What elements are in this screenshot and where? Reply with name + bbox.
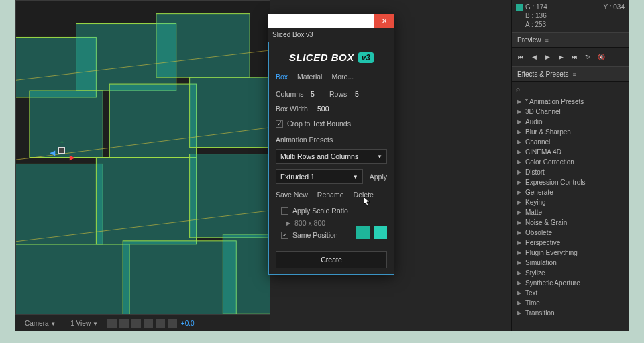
svg-rect-7	[96, 158, 196, 244]
color-swatch-2[interactable]	[374, 226, 387, 239]
tree-item[interactable]: ▶Synthetic Aperture	[512, 278, 629, 288]
apply-button[interactable]: Apply	[370, 173, 387, 181]
tree-item[interactable]: ▶Noise & Grain	[512, 217, 629, 228]
sliced-box-dialog[interactable]: ✕ Sliced Box v3 SLICED BOX v3 Box Materi…	[268, 14, 394, 275]
anim-preset-dropdown[interactable]: Multi Rows and Columns▼	[276, 149, 387, 164]
loop-icon[interactable]: ↻	[582, 52, 594, 62]
tree-item[interactable]: ▶Stylize	[512, 268, 629, 278]
tab-material[interactable]: Material	[297, 72, 322, 81]
same-position-label: Same Position	[292, 231, 338, 239]
triangle-icon[interactable]: ▶	[286, 220, 290, 226]
chevron-right-icon: ▶	[517, 309, 523, 317]
chevron-right-icon: ▶	[517, 117, 523, 126]
tree-item[interactable]: ▶* Animation Presets	[512, 97, 629, 107]
viewport-3d[interactable]: ↑ ▸ ◂	[15, 0, 270, 315]
vp-tool-4-icon[interactable]	[144, 319, 153, 328]
tree-item[interactable]: ▶3D Channel	[512, 107, 629, 117]
panel-menu-icon[interactable]: ≡	[573, 71, 576, 78]
800x800-label: 800 x 800	[294, 219, 325, 227]
tree-item[interactable]: ▶Color Correction	[512, 157, 629, 167]
rename-button[interactable]: Rename	[317, 191, 344, 199]
tree-item[interactable]: ▶Blur & Sharpen	[512, 127, 629, 137]
dialog-tab-label[interactable]: Sliced Box v3	[268, 28, 394, 42]
effects-panel-header[interactable]: Effects & Presets ≡	[512, 66, 629, 82]
close-button[interactable]: ✕	[374, 14, 394, 28]
vp-tool-5-icon[interactable]	[156, 319, 165, 328]
tree-item[interactable]: ▶CINEMA 4D	[512, 147, 629, 157]
chevron-right-icon: ▶	[517, 279, 523, 287]
tree-item[interactable]: ▶Channel	[512, 137, 629, 147]
tree-item[interactable]: ▶Obsolete	[512, 228, 629, 238]
tree-item-label: Perspective	[525, 238, 560, 247]
tab-box[interactable]: Box	[276, 72, 288, 81]
next-frame-icon[interactable]: ▶	[555, 52, 567, 62]
axis-gizmo[interactable]: ↑ ▸ ◂	[53, 142, 80, 168]
effects-panel-title: Effects & Presets	[517, 70, 569, 78]
vp-tool-6-icon[interactable]	[168, 319, 177, 328]
chevron-right-icon: ▶	[517, 299, 523, 307]
chevron-right-icon: ▶	[517, 97, 523, 106]
tree-item[interactable]: ▶Keying	[512, 197, 629, 207]
chevron-right-icon: ▶	[517, 107, 523, 116]
tree-item[interactable]: ▶Expression Controls	[512, 177, 629, 187]
create-button[interactable]: Create	[276, 251, 387, 268]
chevron-right-icon: ▶	[517, 268, 523, 277]
play-icon[interactable]: ▶	[541, 52, 553, 62]
apply-scale-checkbox[interactable]	[281, 207, 288, 215]
vp-tool-2-icon[interactable]	[119, 319, 129, 328]
crop-checkbox[interactable]: ✓	[276, 120, 283, 128]
vp-tool-3-icon[interactable]	[131, 319, 141, 328]
effects-search-input[interactable]	[523, 84, 625, 93]
tree-item-label: Plugin Everything	[525, 248, 578, 257]
columns-label: Columns	[276, 90, 305, 98]
tree-item-label: * Animation Presets	[525, 97, 584, 106]
dialog-titlebar[interactable]: ✕	[268, 14, 394, 28]
camera-dropdown[interactable]: Camera ▼	[19, 318, 61, 328]
extruded-dropdown[interactable]: Extruded 1▼	[276, 169, 363, 184]
columns-value[interactable]: 5	[311, 90, 324, 98]
same-position-checkbox[interactable]: ✓	[281, 232, 288, 239]
prev-frame-icon[interactable]: ◀	[528, 52, 540, 62]
chevron-right-icon: ▶	[517, 289, 523, 297]
rows-label: Rows	[329, 90, 350, 98]
tree-item[interactable]: ▶Plugin Everything	[512, 248, 629, 258]
svg-rect-5	[190, 77, 270, 147]
vp-zoom-value[interactable]: +0.0	[181, 320, 195, 327]
chevron-right-icon: ▶	[517, 238, 523, 247]
chevron-right-icon: ▶	[517, 198, 523, 207]
color-swatch-1[interactable]	[356, 226, 370, 239]
mute-icon[interactable]: 🔇	[595, 52, 607, 62]
box-width-value[interactable]: 500	[317, 105, 331, 113]
goto-end-icon[interactable]: ⏭	[568, 52, 580, 62]
tree-item-label: 3D Channel	[525, 107, 561, 116]
tree-item[interactable]: ▶Generate	[512, 187, 629, 197]
tree-item[interactable]: ▶Perspective	[512, 238, 629, 248]
preview-panel-header[interactable]: Preview ≡	[512, 32, 629, 48]
tree-item[interactable]: ▶Transition	[512, 308, 629, 318]
tab-more[interactable]: More...	[331, 72, 354, 81]
tree-item[interactable]: ▶Matte	[512, 207, 629, 217]
svg-rect-2	[156, 14, 250, 78]
save-new-button[interactable]: Save New	[276, 191, 308, 199]
color-swatch-icon	[516, 4, 523, 11]
tree-item[interactable]: ▶Distort	[512, 167, 629, 177]
panel-menu-icon[interactable]: ≡	[545, 37, 549, 44]
goto-start-icon[interactable]: ⏮	[515, 52, 527, 62]
axis-z-icon: ◂	[50, 147, 55, 158]
tree-item-label: Text	[525, 289, 537, 297]
tree-item[interactable]: ▶Text	[512, 288, 629, 298]
tree-item-label: Color Correction	[525, 158, 574, 166]
rows-value[interactable]: 5	[355, 90, 368, 98]
effects-tree[interactable]: ▶* Animation Presets▶3D Channel▶Audio▶Bl…	[512, 95, 629, 331]
svg-rect-9	[16, 244, 129, 314]
delete-button[interactable]: Delete	[354, 191, 374, 199]
info-panel: G : 174Y : 034 B : 136 A : 253	[512, 0, 629, 32]
chevron-right-icon: ▶	[517, 178, 523, 187]
tree-item-label: Matte	[525, 208, 542, 217]
tree-item[interactable]: ▶Simulation	[512, 258, 629, 268]
chevron-right-icon: ▶	[517, 148, 523, 156]
views-dropdown[interactable]: 1 View ▼	[65, 318, 103, 328]
tree-item[interactable]: ▶Time	[512, 298, 629, 308]
vp-tool-1-icon[interactable]	[107, 319, 117, 328]
tree-item[interactable]: ▶Audio	[512, 117, 629, 127]
